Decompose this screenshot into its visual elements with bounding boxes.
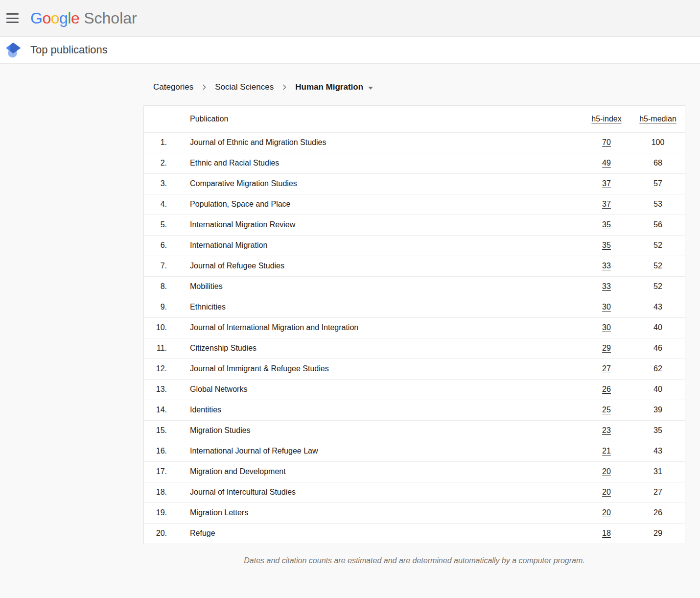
h5-index-link[interactable]: 21 xyxy=(602,447,611,455)
h5-index-link[interactable]: 37 xyxy=(602,179,611,188)
h5-median-value: 39 xyxy=(631,400,685,420)
table-row: 6. International Migration 35 52 xyxy=(144,235,685,256)
h5-index-link[interactable]: 49 xyxy=(602,159,611,167)
h5-index-link[interactable]: 18 xyxy=(602,529,611,537)
rank-cell: 12. xyxy=(144,359,167,379)
h5-index-link[interactable]: 29 xyxy=(602,344,611,352)
h5-index-link[interactable]: 35 xyxy=(602,241,611,249)
h5-median-value: 57 xyxy=(631,173,685,194)
table-row: 17. Migration and Development 20 31 xyxy=(144,461,685,482)
publication-name: Journal of Immigrant & Refugee Studies xyxy=(167,359,582,379)
h5-median-value: 56 xyxy=(631,215,685,235)
rank-cell: 5. xyxy=(144,215,167,235)
h5-median-value: 43 xyxy=(631,297,685,317)
google-letter: G xyxy=(30,9,42,27)
h5-median-value: 100 xyxy=(631,132,685,153)
table-row: 20. Refuge 18 29 xyxy=(144,523,685,544)
chevron-right-icon xyxy=(280,83,289,92)
top-bar: Google Scholar xyxy=(0,0,700,37)
h5-index-link[interactable]: 27 xyxy=(602,364,611,373)
h5-index-link[interactable]: 70 xyxy=(602,138,611,146)
google-letter: o xyxy=(42,9,50,27)
publication-name: Population, Space and Place xyxy=(167,194,582,215)
breadcrumb-current-label: Human Migration xyxy=(295,82,363,92)
column-header-h5-median-link[interactable]: h5-median xyxy=(639,115,677,123)
page-header: Top publications xyxy=(0,37,700,64)
table-row: 15. Migration Studies 23 35 xyxy=(144,420,685,441)
publication-name: International Journal of Refugee Law xyxy=(167,441,582,461)
h5-median-value: 43 xyxy=(631,441,685,461)
h5-index-link[interactable]: 35 xyxy=(602,220,611,229)
google-letter: o xyxy=(51,9,59,27)
breadcrumb-link-categories[interactable]: Categories xyxy=(153,82,193,92)
table-header-row: Publication h5-index h5-median xyxy=(144,106,685,132)
h5-median-value: 27 xyxy=(631,482,685,502)
publication-name: Journal of Intercultural Studies xyxy=(167,482,582,502)
rank-cell: 20. xyxy=(144,523,167,544)
rank-cell: 2. xyxy=(144,153,167,173)
footer-disclaimer-note: Dates and citation counts are estimated … xyxy=(143,556,685,565)
h5-index-link[interactable]: 30 xyxy=(602,303,611,311)
h5-index-link[interactable]: 20 xyxy=(602,508,611,517)
breadcrumb-current-category-dropdown[interactable]: Human Migration xyxy=(295,82,373,92)
h5-median-value: 62 xyxy=(631,359,685,379)
table-row: 19. Migration Letters 20 26 xyxy=(144,502,685,523)
table-row: 5. International Migration Review 35 56 xyxy=(144,215,685,235)
google-letter: g xyxy=(59,9,68,27)
table-row: 7. Journal of Refugee Studies 33 52 xyxy=(144,256,685,276)
google-letter: l xyxy=(68,9,71,27)
chevron-right-icon xyxy=(200,83,209,92)
scholar-cap-icon xyxy=(6,42,21,58)
table-row: 4. Population, Space and Place 37 53 xyxy=(144,194,685,215)
table-row: 9. Ethnicities 30 43 xyxy=(144,297,685,317)
h5-median-value: 31 xyxy=(631,461,685,482)
h5-median-value: 46 xyxy=(631,338,685,359)
h5-index-link[interactable]: 25 xyxy=(602,406,611,414)
google-scholar-logo[interactable]: Google Scholar xyxy=(30,9,137,27)
rank-cell: 13. xyxy=(144,379,167,400)
table-row: 14. Identities 25 39 xyxy=(144,400,685,420)
rank-cell: 11. xyxy=(144,338,167,359)
publication-name: Identities xyxy=(167,400,582,420)
h5-index-link[interactable]: 37 xyxy=(602,200,611,208)
h5-median-value: 52 xyxy=(631,235,685,256)
h5-median-value: 68 xyxy=(631,153,685,173)
h5-index-link[interactable]: 20 xyxy=(602,488,611,496)
rank-cell: 17. xyxy=(144,461,167,482)
main-content: Categories Social Sciences Human Migrati… xyxy=(0,82,700,585)
publication-name: Migration and Development xyxy=(167,461,582,482)
table-row: 1. Journal of Ethnic and Migration Studi… xyxy=(144,132,685,153)
rank-cell: 18. xyxy=(144,482,167,502)
publication-name: Citizenship Studies xyxy=(167,338,582,359)
h5-index-link[interactable]: 30 xyxy=(602,323,611,332)
hamburger-menu-icon[interactable] xyxy=(6,13,19,23)
h5-index-link[interactable]: 26 xyxy=(602,385,611,393)
rank-cell: 16. xyxy=(144,441,167,461)
h5-median-value: 40 xyxy=(631,317,685,338)
publications-table: Publication h5-index h5-median 1. Journa… xyxy=(144,106,685,544)
h5-index-link[interactable]: 23 xyxy=(602,426,611,434)
publication-name: Refuge xyxy=(167,523,582,544)
table-row: 12. Journal of Immigrant & Refugee Studi… xyxy=(144,359,685,379)
h5-index-link[interactable]: 20 xyxy=(602,467,611,476)
h5-median-value: 35 xyxy=(631,420,685,441)
publication-name: Journal of International Migration and I… xyxy=(167,317,582,338)
h5-index-link[interactable]: 33 xyxy=(602,262,611,270)
google-letter: e xyxy=(71,9,79,27)
publications-table-body: 1. Journal of Ethnic and Migration Studi… xyxy=(144,132,685,544)
h5-index-link[interactable]: 33 xyxy=(602,282,611,290)
h5-median-value: 52 xyxy=(631,276,685,297)
rank-cell: 7. xyxy=(144,256,167,276)
publication-name: Journal of Refugee Studies xyxy=(167,256,582,276)
google-wordmark: Google xyxy=(30,9,79,27)
breadcrumb-link-social-sciences[interactable]: Social Sciences xyxy=(215,82,274,92)
column-header-h5-index-link[interactable]: h5-index xyxy=(591,115,621,123)
table-row: 11. Citizenship Studies 29 46 xyxy=(144,338,685,359)
table-row: 2. Ethnic and Racial Studies 49 68 xyxy=(144,153,685,173)
publication-name: International Migration Review xyxy=(167,215,582,235)
h5-median-value: 52 xyxy=(631,256,685,276)
rank-cell: 15. xyxy=(144,420,167,441)
table-row: 16. International Journal of Refugee Law… xyxy=(144,441,685,461)
dropdown-arrow-icon xyxy=(368,87,373,90)
h5-median-value: 29 xyxy=(631,523,685,544)
